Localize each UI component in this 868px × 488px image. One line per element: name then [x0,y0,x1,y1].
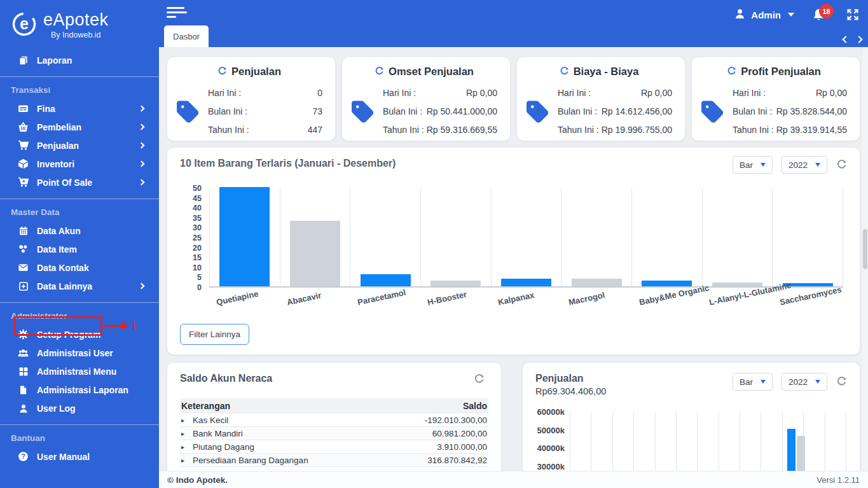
tag-icon [176,84,203,139]
plus-square-icon [18,281,29,291]
stat-row-value: Rp 0,00 [641,84,672,102]
sidebar-item-label: Administrasi Laporan [37,385,128,395]
stat-row-value: 447 [308,121,322,139]
sidebar-item-penjualan[interactable]: Penjualan [0,136,159,155]
stat-row-value: Rp 39.319.914,55 [776,121,847,139]
svg-text:?: ? [21,453,25,460]
stat-row: Bulan Ini :73 [208,102,322,121]
version-text: Versi 1.2.11 [816,475,860,485]
stat-row: Tahun Ini :Rp 39.319.914,55 [733,121,847,139]
stat-row-value: Rp 59.316.669,55 [427,121,497,139]
stat-card-header: Profit Penjualan [701,66,847,78]
row-label: Persediaan Barang Dagangan [191,454,383,467]
stat-card-header: Omset Penjualan [351,66,497,78]
plot-area [209,188,843,288]
refresh-icon[interactable] [375,67,384,76]
sidebar-item-administrasi-user[interactable]: Administrasi User [0,344,159,362]
chart-year-select[interactable]: 2022 [782,156,827,174]
refresh-icon[interactable] [217,67,227,76]
sales-chart-year-value: 2022 [789,377,808,387]
stat-card-body: Hari Ini :Rp 0,00Bulan Ini :Rp 14.612.45… [526,84,672,139]
annotation-arrow-head [121,321,128,330]
row-expand-caret-icon[interactable]: ▸ [180,454,191,467]
fullscreen-icon[interactable] [846,8,859,21]
stat-card-body: Hari Ini :0Bulan Ini :73Tahun Ini :447 [176,84,322,139]
brand-tagline: By Indoweb.id [51,31,101,39]
sidebar-divider [0,424,159,425]
saldo-refresh-icon[interactable] [474,374,485,385]
y-axis-tick: 0 [197,283,202,292]
row-label: Bank Mandiri [191,427,383,440]
notifications-button[interactable]: 18 [812,5,834,24]
row-label: Piutang Dagang [191,440,383,454]
sidebar-section-label-transaksi: Transaksi [0,85,159,95]
chart-bar-paracetamol [361,274,411,286]
column-header-keterangan: Keterangan [180,398,383,414]
admin-menu[interactable]: Admin [734,8,794,22]
x-axis-label: Abacavir [280,291,322,309]
table-row: ▸Kas Kecil-192.010.300,00 [180,414,488,427]
sidebar-item-administrasi-laporan[interactable]: Administrasi Laporan [0,380,159,399]
sidebar-item-user-manual[interactable]: ?User Manual [0,447,159,466]
chart-slot [702,188,773,286]
sidebar-item-user-log[interactable]: User Log [0,399,159,417]
stat-row-value: Rp 0,00 [466,84,497,102]
sidebar-item-label: Fina [37,104,55,114]
refresh-icon[interactable] [560,67,569,76]
sidebar-item-label: Inventori [37,159,74,169]
filter-lainnya-button[interactable]: Filter Lainnya [180,324,249,345]
scrollbar-thumb[interactable] [863,229,867,269]
sidebar-item-fina[interactable]: Fina [0,99,159,118]
stat-row-label: Tahun Ini : [383,121,424,139]
stat-card-biaya-biaya: Biaya - BiayaHari Ini :Rp 0,00Bulan Ini … [517,57,685,141]
stat-row: Hari Ini :Rp 0,00 [733,84,847,102]
refresh-icon[interactable] [727,67,736,76]
cart-plus-icon [18,177,29,188]
sidebar-item-data-akun[interactable]: Data Akun [0,221,159,240]
x-axis-label: Macrogol [561,290,605,309]
sales-chart-type-select[interactable]: Bar [733,373,773,391]
sidebar-nav: LaporanTransaksiFinaPembelianPenjualanIn… [0,51,159,466]
annotation-arrow-line [104,325,122,327]
stats-row: PenjualanHari Ini :0Bulan Ini :73Tahun I… [167,57,860,141]
x-axis-label: Quetiapine [209,289,259,309]
sales-chart-year-select[interactable]: 2022 [782,373,827,391]
sidebar-item-pembelian[interactable]: Pembelian [0,118,159,136]
sidebar-item-label: Data Kontak [37,263,89,273]
sales-refresh-icon[interactable] [836,377,847,387]
tag-icon [351,84,378,139]
main-content: PenjualanHari Ini :0Bulan Ini :73Tahun I… [159,47,868,488]
chart-slot [561,188,631,286]
sidebar-item-data-kontak[interactable]: Data Kontak [0,258,159,277]
chart-slot [491,188,561,286]
stat-row-label: Hari Ini : [558,84,591,102]
page-scrollbar[interactable] [862,47,868,471]
sidebar-item-label: Administrasi User [37,348,113,358]
row-expand-caret-icon[interactable]: ▸ [180,440,191,454]
tab-scroll-right-icon[interactable] [855,36,862,43]
sidebar-item-laporan[interactable]: Laporan [0,51,159,69]
table-row: ▸Bank Mandiri60.981.200,00 [180,427,488,440]
table-header-row: Keterangan Saldo [180,398,488,414]
hamburger-menu-icon[interactable] [167,7,187,20]
saldo-akun-neraca-card: Saldo Akun Neraca Keterangan Saldo ▸Kas … [167,363,501,488]
stat-row: Hari Ini :Rp 0,00 [383,84,497,102]
stat-row: Hari Ini :Rp 0,00 [558,84,672,102]
tab-dasbor[interactable]: Dasbor [164,25,209,47]
chart-slot [772,188,843,286]
stat-card-title: Penjualan [231,66,281,78]
sidebar-item-point-of-sale[interactable]: Point Of Sale [0,173,159,192]
chart-refresh-icon[interactable] [836,160,847,171]
stat-row: Bulan Ini :Rp 50.441.000,00 [383,102,497,121]
sidebar-item-data-item[interactable]: Data Item [0,240,159,258]
row-expand-caret-icon[interactable]: ▸ [180,414,191,427]
chart-type-select[interactable]: Bar [733,156,773,174]
stat-row-label: Tahun Ini : [733,121,774,139]
row-expand-caret-icon[interactable]: ▸ [180,427,191,440]
annotation-step-number: 1 [130,317,137,334]
tab-scroll-left-icon[interactable] [842,36,849,43]
sidebar-item-data-lainnya[interactable]: Data Lainnya [0,277,159,295]
sidebar-item-administrasi-menu[interactable]: Administrasi Menu [0,362,159,380]
sidebar-item-inventori[interactable]: Inventori [0,155,159,173]
row-label: Kas Kecil [191,414,383,427]
